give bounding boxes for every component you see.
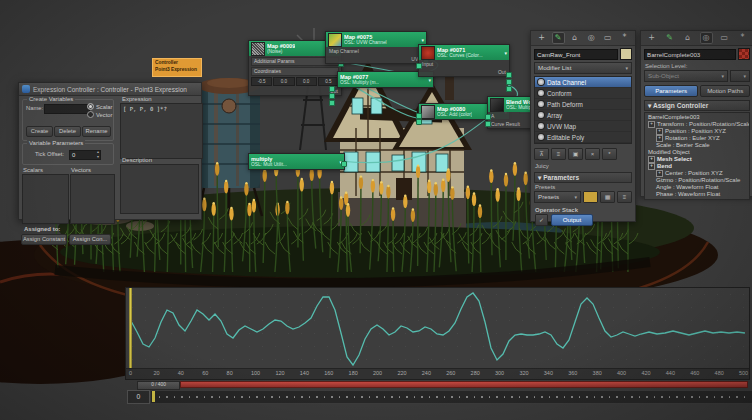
- input-socket-icon[interactable]: [329, 100, 335, 106]
- controller-tree-item[interactable]: Phase : Waveform Float: [645, 191, 749, 198]
- controller-tree-item[interactable]: +Rotation : Euler XYZ: [645, 135, 749, 142]
- controller-tree-item[interactable]: +Position : Position XYZ: [645, 128, 749, 135]
- curve-editor[interactable]: 0204060801001201401601802002202402602803…: [125, 287, 750, 380]
- input-socket-icon[interactable]: [485, 114, 491, 120]
- tab-motion-paths[interactable]: Motion Paths: [700, 85, 750, 97]
- expression-controller-dialog[interactable]: Expression Controller : Controller - Poi…: [18, 82, 202, 220]
- parameters-rollout[interactable]: ▾ Parameters: [534, 172, 632, 183]
- show-end-result-icon[interactable]: ≡: [551, 148, 566, 160]
- coordinate-spinners[interactable]: -0.5 0.0 0.0 0.5: [251, 77, 339, 86]
- visibility-icon[interactable]: [538, 123, 544, 129]
- assign-controller-button[interactable]: Assign Con...: [69, 234, 111, 245]
- node-multiply[interactable]: multiply OSL: Mult Utilit... ▾: [248, 153, 345, 170]
- modifier-stack-item[interactable]: Editable Poly: [535, 132, 631, 143]
- controller-tree-item[interactable]: +Center : Position XYZ: [645, 170, 749, 177]
- curve-editor-time-ruler[interactable]: 0204060801001201401601802002202402602803…: [126, 368, 749, 379]
- node-header[interactable]: Map #0075 OSL: UVW Channel ▾: [326, 32, 426, 47]
- output-socket-icon[interactable]: [341, 161, 347, 167]
- object-color-swatch[interactable]: [738, 48, 750, 60]
- collapse-icon[interactable]: ▾: [421, 37, 424, 43]
- output-socket-icon[interactable]: [506, 72, 512, 78]
- track-range-bar[interactable]: 0 / 400: [137, 381, 748, 388]
- motion-icon[interactable]: ◎: [585, 32, 598, 44]
- display-icon[interactable]: ▭: [601, 32, 614, 44]
- controller-tree-item[interactable]: +Mesh Select: [645, 156, 749, 163]
- expand-icon[interactable]: +: [648, 121, 655, 128]
- add-operator-icon[interactable]: ✓: [535, 214, 548, 226]
- rename-button[interactable]: Rename: [82, 126, 111, 137]
- waveform-polyline[interactable]: [131, 293, 745, 365]
- output-button[interactable]: Output: [551, 214, 593, 226]
- visibility-icon[interactable]: [538, 134, 544, 140]
- visibility-icon[interactable]: [538, 79, 544, 85]
- collapse-icon[interactable]: ▾: [428, 77, 431, 83]
- motion-command-panel[interactable]: +✎⌂◎▭* BarrelComplete003 Selection Level…: [640, 30, 752, 197]
- display-icon[interactable]: ▭: [718, 32, 731, 44]
- expand-icon[interactable]: +: [656, 170, 663, 177]
- create-button[interactable]: Create: [26, 126, 53, 137]
- presets-dropdown[interactable]: Presets▾: [534, 191, 581, 203]
- rollout-coordinates[interactable]: Coordinates: [251, 67, 339, 76]
- controller-tree-item[interactable]: +Transform : Position/Rotation/Scale: [645, 121, 749, 128]
- node-color-curves[interactable]: Map #0071 OSL: Curves (Color... ▾ Input …: [418, 44, 510, 77]
- input-socket-icon[interactable]: [329, 86, 335, 92]
- delete-button[interactable]: Delete: [54, 126, 81, 137]
- load-preset-icon[interactable]: ▦: [600, 191, 615, 203]
- motion-icon[interactable]: ◎: [700, 32, 713, 44]
- hierarchy-icon[interactable]: ⌂: [568, 32, 581, 44]
- scalar-radio[interactable]: Scalar: [87, 103, 112, 110]
- spinner-icon[interactable]: ▴▾: [97, 149, 99, 159]
- tab-parameters[interactable]: Parameters: [644, 85, 698, 97]
- range-slider[interactable]: 0 / 400: [137, 381, 180, 390]
- secondary-dropdown[interactable]: ▾: [730, 70, 750, 82]
- vectors-listbox[interactable]: [70, 174, 115, 224]
- modifier-stack-item[interactable]: Path Deform: [535, 99, 631, 110]
- input-socket-icon[interactable]: [416, 119, 422, 125]
- modify-icon[interactable]: ✎: [663, 32, 676, 44]
- object-name-field[interactable]: BarrelComplete003: [644, 49, 736, 60]
- controller-tree-item[interactable]: +Bend: [645, 163, 749, 170]
- variable-name-input[interactable]: [44, 104, 90, 114]
- create-icon[interactable]: +: [535, 32, 548, 44]
- configure-icon[interactable]: *: [602, 148, 617, 160]
- expand-icon[interactable]: +: [656, 128, 663, 135]
- input-socket-icon[interactable]: [329, 93, 335, 99]
- utilities-icon[interactable]: *: [736, 32, 749, 44]
- expand-icon[interactable]: +: [648, 163, 655, 170]
- node-header[interactable]: multiply OSL: Mult Utilit... ▾: [249, 154, 344, 169]
- remove-modifier-icon[interactable]: ×: [585, 148, 600, 160]
- modifier-list-dropdown[interactable]: Modifier List▾: [534, 62, 632, 74]
- controller-tree-item[interactable]: BarrelComplete003: [645, 114, 749, 121]
- node-header[interactable]: Map #0071 OSL: Curves (Color... ▾: [419, 45, 509, 60]
- controller-tree-item[interactable]: Modified Object: [645, 149, 749, 156]
- timeline-track-bar[interactable]: [150, 390, 752, 404]
- input-socket-icon[interactable]: [416, 63, 422, 69]
- time-cursor[interactable]: [129, 288, 132, 368]
- time-slider-marker[interactable]: [152, 391, 155, 402]
- dialog-titlebar[interactable]: Expression Controller : Controller - Poi…: [19, 83, 201, 96]
- node-uvw-channel[interactable]: Map #0075 OSL: UVW Channel ▾ Map Channel…: [325, 31, 427, 64]
- save-preset-icon[interactable]: [583, 191, 598, 203]
- collapse-icon[interactable]: ▾: [504, 50, 507, 56]
- current-frame-box[interactable]: 0: [127, 390, 150, 404]
- expand-icon[interactable]: +: [656, 135, 663, 142]
- subobject-dropdown[interactable]: Sub-Object▾: [644, 70, 728, 82]
- hierarchy-icon[interactable]: ⌂: [681, 32, 694, 44]
- visibility-icon[interactable]: [538, 101, 544, 107]
- controller-tree-item[interactable]: Angle : Waveform Float: [645, 184, 749, 191]
- controller-tree-item[interactable]: Scale : Bezier Scale: [645, 142, 749, 149]
- expression-textarea[interactable]: [ P, P, 0 ]*?: [120, 103, 203, 159]
- assign-constant-button[interactable]: Assign Constant: [21, 234, 67, 245]
- visibility-icon[interactable]: [538, 112, 544, 118]
- make-unique-icon[interactable]: ▣: [568, 148, 583, 160]
- modify-icon[interactable]: ✎: [552, 32, 565, 44]
- command-panel-tabs[interactable]: +✎⌂◎▭*: [531, 31, 635, 46]
- modify-command-panel[interactable]: +✎⌂◎▭* CamRaw_Front Modifier List▾ Data …: [530, 30, 636, 222]
- controller-tree-item[interactable]: Gizmo : Position/Rotation/Scale: [645, 177, 749, 184]
- range-bar-fill[interactable]: [180, 381, 748, 388]
- output-socket-icon[interactable]: [506, 79, 512, 85]
- modifier-stack-list[interactable]: Data ChannelConformPath DeformArrayUVW M…: [534, 76, 632, 144]
- modifier-stack-item[interactable]: Data Channel: [535, 77, 631, 88]
- modifier-stack-toolbar[interactable]: ⊼≡▣×*: [531, 146, 635, 162]
- utilities-icon[interactable]: *: [618, 32, 631, 44]
